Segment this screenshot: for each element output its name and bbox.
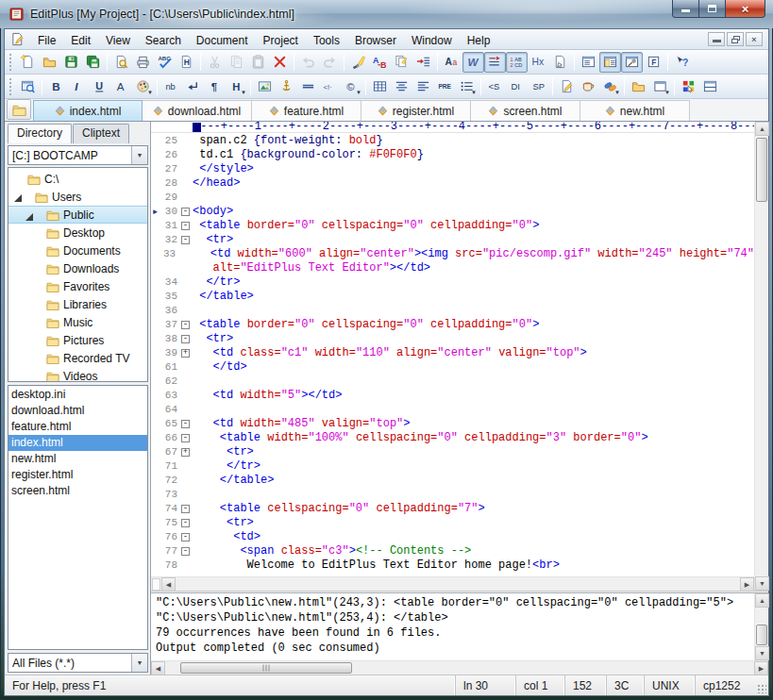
scroll-up-arrow[interactable]: ▲ [755,122,769,136]
menu-window[interactable]: Window [404,32,460,50]
insert-list-button[interactable]: ▼ [456,76,478,97]
fold-collapse-icon[interactable]: - [181,547,190,556]
tab-feature-html[interactable]: feature.html [252,100,361,121]
toolbar-grip[interactable] [9,78,14,95]
code-editor[interactable]: 25 span.c2 {font-weight: bold}26 td.c1 {… [151,133,754,576]
code-line-63[interactable]: 63 <td width="5"></td> [151,389,754,403]
tab-new-html[interactable]: new.html [580,100,690,121]
strikethrough-button[interactable]: <S [484,76,506,97]
maximize-button[interactable] [699,0,725,18]
line-break-button[interactable] [182,76,204,97]
code-line-76[interactable]: 76- <td> [151,530,754,544]
code-line-39[interactable]: 39+ <td class="c1" width="110" align="ce… [151,346,754,360]
menu-document[interactable]: Document [189,32,256,50]
insert-anchor-button[interactable] [276,76,297,97]
editor-hscroll-track[interactable] [176,577,740,591]
file-item-new-html[interactable]: new.html [8,451,147,467]
scroll-left-arrow[interactable]: ◀ [161,577,176,592]
tree-item-libraries[interactable]: Libraries [8,295,147,313]
line-numbers-button[interactable]: 1AB2CD [506,52,528,73]
div-tag-button[interactable]: DI [506,76,528,97]
tab-register-html[interactable]: register.html [361,100,471,121]
horizontal-rule-button[interactable] [297,76,319,97]
code-line-32[interactable]: 32- <tr> [151,233,754,247]
fold-collapse-icon[interactable]: - [181,434,190,442]
auto-indent-button[interactable] [484,52,506,73]
replace-button[interactable]: AB [369,52,391,73]
fold-collapse-icon[interactable]: - [181,208,190,216]
preformatted-button[interactable]: PRE [434,76,456,97]
scroll-down-arrow[interactable]: ▼ [755,646,769,660]
title-bar[interactable]: EditPlus [My Project] - [C:\Users\Public… [0,0,773,28]
chevron-down-icon[interactable]: ▼ [131,654,147,672]
delete-button[interactable] [269,52,291,73]
file-item-index-html[interactable]: index.html [8,435,147,451]
code-line-31[interactable]: 31- <table border="0" cellspacing="0" ce… [151,219,754,233]
italic-button[interactable]: I [67,76,89,97]
code-line-wrap[interactable]: alt="EditPlus Text Editor"></td> [151,261,754,275]
code-line-65[interactable]: 65- <td width="485" valign="top"> [151,417,754,431]
code-line-67[interactable]: 67+ <tr> [151,445,754,459]
tree-item-desktop[interactable]: Desktop [8,224,147,242]
expand-arrow-icon[interactable] [25,213,33,221]
tab-index-html[interactable]: index.html [33,100,143,121]
fold-collapse-icon[interactable]: - [181,420,190,428]
code-line-78[interactable]: 78 Welcome to EditPlus Text Editor home … [151,558,754,573]
menu-project[interactable]: Project [256,32,306,50]
text-color-button[interactable]: ▼ [132,76,154,97]
go-to-line-button[interactable] [412,52,434,73]
cliptext-window-button[interactable] [578,52,599,73]
tree-item-pictures[interactable]: Pictures [8,331,147,349]
select-window-button[interactable]: ▼ [649,76,671,97]
mdi-close-button[interactable]: × [746,32,763,46]
code-line-26[interactable]: 26 td.c1 {background-color: #F0F0F0} [151,148,754,162]
tab-screen-html[interactable]: screen.html [471,100,580,121]
code-line-66[interactable]: 66- <table width="100%" cellspacing="0" … [151,431,754,445]
output-window-button[interactable] [621,52,643,73]
scroll-up-arrow[interactable]: ▲ [755,593,769,608]
paragraph-button[interactable]: ¶ [204,76,226,97]
code-line-38[interactable]: 38- <tr> [151,332,754,346]
code-line-61[interactable]: 61 </td> [151,360,754,375]
fold-collapse-icon[interactable]: - [181,519,190,527]
scroll-down-arrow[interactable]: ▼ [755,576,769,591]
tree-item-c[interactable]: C:\ [8,170,147,188]
menu-help[interactable]: Help [460,32,498,50]
expand-arrow-icon[interactable] [14,194,22,202]
insert-script-button[interactable]: ▼ [599,76,621,97]
menu-browser[interactable]: Browser [347,32,404,50]
code-line-25[interactable]: 25 span.c2 {font-weight: bold} [151,134,754,148]
insert-image-button[interactable] [254,76,276,97]
file-item-download-html[interactable]: download.html [8,403,147,419]
editor-vscroll-thumb[interactable] [756,138,767,202]
drive-selector[interactable]: [C:] BOOTCAMP ▼ [8,145,148,165]
new-document-button[interactable] [17,52,39,73]
code-line-27[interactable]: 27 </style> [151,162,754,176]
fold-collapse-icon[interactable]: - [181,505,190,513]
tab-download-html[interactable]: download.html [143,100,252,121]
split-window-button[interactable] [699,76,721,97]
code-line-73[interactable]: 73 [151,488,754,502]
output-vscrollbar[interactable]: ▲ ▼ [754,593,768,660]
output-hscrollbar[interactable]: ◀ ▶ [151,660,768,675]
output-hscroll-thumb[interactable] [180,662,352,674]
menu-file[interactable]: File [30,32,63,50]
code-line-71[interactable]: 71 </tr> [151,459,754,474]
file-item-desktop-ini[interactable]: desktop.ini [8,387,147,403]
code-line-28[interactable]: 28</head> [151,176,754,191]
print-preview-button[interactable] [110,52,132,73]
tab-cliptext[interactable]: Cliptext [73,124,129,143]
directory-window-button[interactable] [599,52,621,73]
code-line-64[interactable]: 64 [151,403,754,417]
center-text-button[interactable] [391,76,412,97]
font-button[interactable]: A [110,76,132,97]
tree-item-downloads[interactable]: Downloads [8,259,147,277]
scroll-right-arrow[interactable]: ▶ [754,661,768,675]
output-text[interactable]: "C:\Users\Public\new.html"(243,3): <tabl… [151,593,754,660]
close-button[interactable]: × [725,0,765,18]
editor-hscrollbar[interactable]: ◀ ▶ [151,576,754,591]
tab-directory[interactable]: Directory [8,124,72,143]
find-button[interactable] [347,52,369,73]
spell-check-button[interactable]: ABC [154,52,176,73]
tree-item-favorites[interactable]: Favorites [8,277,147,295]
